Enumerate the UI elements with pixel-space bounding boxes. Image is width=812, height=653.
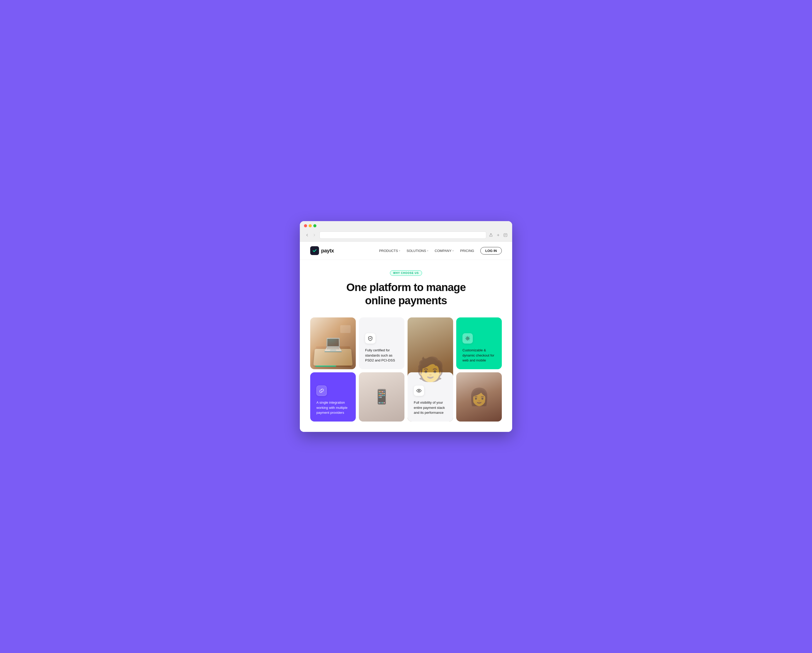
new-tab-icon[interactable] [496,232,501,238]
browser-toolbar [304,230,508,241]
shield-icon-container [365,333,375,343]
close-button[interactable] [304,224,307,227]
nav-pricing[interactable]: PRICING [460,249,474,253]
back-icon[interactable] [304,232,310,238]
share-icon[interactable] [488,232,493,238]
visibility-text: Full visibility of your entire payment s… [414,400,447,415]
svg-rect-0 [504,233,507,236]
link-icon [319,388,324,393]
nav-products[interactable]: PRODUCTS + [379,249,400,253]
toolbar-actions [488,232,508,238]
logo[interactable]: paytx [310,246,334,255]
card-customizable: Customizable & dynamic checkout for web … [456,317,502,369]
browser-chrome [300,221,512,241]
link-icon-container [316,386,327,396]
feature-cards-grid: Fully certified for standards such as PS… [300,317,512,432]
integration-text: A single integration working with multip… [316,400,350,415]
downloads-icon[interactable] [503,232,508,238]
nav-links: PRODUCTS + SOLUTIONS + COMPANY + PRICING… [379,247,502,255]
gear-icon [465,336,470,341]
minimize-button[interactable] [309,224,312,227]
hero-title: One platform to manage online payments [328,281,484,307]
nav-company[interactable]: COMPANY + [435,249,454,253]
laptop-photo [310,317,356,369]
nav-icons [304,232,317,238]
navbar: paytx PRODUCTS + SOLUTIONS + COMPANY + P… [300,241,512,260]
svg-point-2 [418,390,420,392]
hero-badge: WHY CHOOSE US [390,270,422,276]
customizable-text: Customizable & dynamic checkout for web … [462,348,496,363]
phone-photo: 📱 [359,372,404,421]
woman-photo: 👩 [456,372,502,421]
page-content: paytx PRODUCTS + SOLUTIONS + COMPANY + P… [300,241,512,432]
eye-icon-container [414,386,424,396]
certified-text: Fully certified for standards such as PS… [365,348,398,363]
eye-icon [417,388,421,393]
logo-text: paytx [321,248,334,254]
card-integration: A single integration working with multip… [310,372,356,421]
svg-point-1 [467,338,469,339]
forward-icon[interactable] [311,232,317,238]
logo-icon [310,246,319,255]
shield-icon [368,336,373,341]
hero-section: WHY CHOOSE US One platform to manage onl… [300,260,512,307]
products-plus-icon: + [399,249,400,252]
solutions-plus-icon: + [427,249,428,252]
gear-icon-container [462,333,473,343]
nav-solutions[interactable]: SOLUTIONS + [406,249,429,253]
maximize-button[interactable] [313,224,316,227]
card-laptop-image [310,317,356,369]
card-phone-image: 📱 [359,372,404,421]
card-woman-image: 👩 [456,372,502,421]
login-button[interactable]: LOG IN [480,247,502,255]
window-controls [304,224,508,227]
card-certified: Fully certified for standards such as PS… [359,317,404,369]
company-plus-icon: + [452,249,454,252]
address-bar[interactable] [319,232,486,239]
browser-window: paytx PRODUCTS + SOLUTIONS + COMPANY + P… [300,221,512,432]
